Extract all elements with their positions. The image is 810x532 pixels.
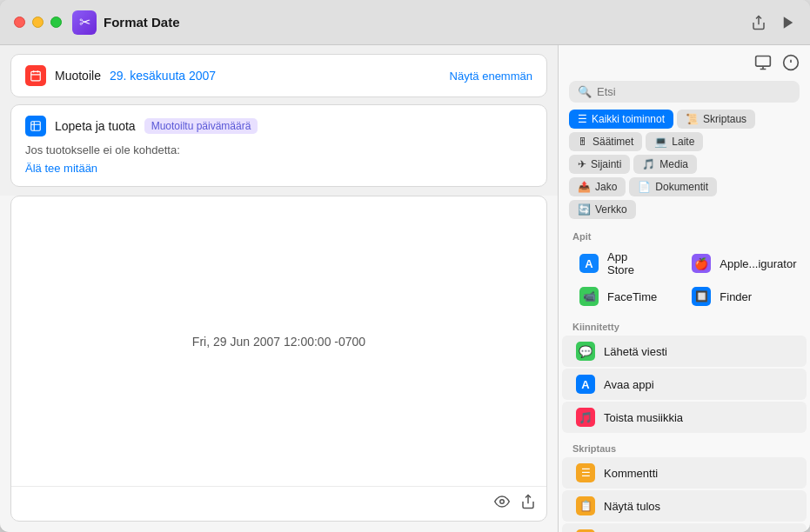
output-share-button[interactable]: [520, 494, 536, 514]
window-title: Format Date: [104, 15, 751, 30]
left-panel: Muotoile 29. kesäkuuta 2007 Näytä enemmä…: [0, 45, 558, 532]
calendar-icon: [25, 65, 46, 86]
cat-all-icon: ☰: [578, 113, 587, 125]
skriptaus-section-header: Skriptaus: [559, 436, 810, 457]
info-button[interactable]: [782, 54, 800, 76]
app-window: ✂ Format Date: [0, 0, 810, 532]
cat-sijainti-label: Sijainti: [591, 158, 621, 170]
sidebar-item-finder[interactable]: 🔲 Finder: [678, 282, 810, 311]
cat-all-label: Kaikki toiminnot: [592, 113, 665, 125]
play-button[interactable]: [780, 15, 796, 30]
add-to-shortcut-button[interactable]: [754, 54, 772, 76]
stop-produce-card: Lopeta ja tuota Muotoiltu päivämäärä Jos…: [10, 104, 547, 187]
title-bar: ✂ Format Date: [0, 0, 810, 45]
card2-label: Lopeta ja tuota: [55, 119, 136, 133]
cat-laite-label: Laite: [672, 136, 694, 148]
output-area: Fri, 29 Jun 2007 12:00:00 -0700: [10, 196, 547, 522]
cat-jako-label: Jako: [595, 181, 617, 193]
apit-section: Apit A App Store 🍎 Apple...ig: [559, 224, 810, 311]
minimize-button[interactable]: [32, 17, 44, 28]
sidebar-list: Apit A App Store 🍎 Apple...ig: [559, 224, 810, 532]
sidebar-item-facetime[interactable]: 📹 FaceTime: [566, 282, 671, 311]
title-actions: [751, 15, 796, 30]
cat-media-label: Media: [659, 158, 688, 170]
cat-dokumentit-icon: 📄: [638, 181, 651, 193]
svg-point-6: [500, 500, 505, 504]
cat-all-button[interactable]: ☰ Kaikki toiminnot: [569, 110, 673, 129]
card2-condition: Jos tuotokselle ei ole kohdetta:: [25, 143, 532, 156]
card1-left: Muotoile 29. kesäkuuta 2007: [25, 65, 216, 86]
cat-verkko-icon: 🔄: [578, 203, 591, 216]
cat-saamet-button[interactable]: 🎚 Säätimet: [569, 132, 642, 151]
appstore-label: App Store: [607, 250, 657, 276]
apple-configurator-label: Apple...igurator: [720, 257, 796, 270]
cat-laite-button[interactable]: 💻 Laite: [646, 132, 703, 151]
share-button[interactable]: [751, 15, 766, 30]
sidebar-item-appstore[interactable]: A App Store: [566, 245, 671, 282]
category-filters: ☰ Kaikki toiminnot 📜 Skriptaus 🎚 Säätime…: [559, 110, 810, 224]
finder-icon: 🔲: [692, 287, 711, 306]
laheta-viesti-label: Lähetä viesti: [604, 345, 667, 358]
facetime-icon: 📹: [579, 287, 599, 306]
apit-items: A App Store 🍎 Apple...igurator: [559, 245, 810, 311]
output-text: Fri, 29 Jun 2007 12:00:00 -0700: [192, 335, 365, 349]
right-panel-header: [559, 45, 810, 81]
svg-rect-2: [31, 71, 41, 81]
right-panel: 🔍 ☰ Kaikki toiminnot 📜 Skriptaus: [558, 45, 810, 532]
svg-rect-8: [756, 57, 771, 67]
sidebar-item-laheta-viesti[interactable]: 💬 Lähetä viesti: [562, 336, 807, 367]
comment-icon: ☰: [576, 463, 595, 482]
card2-row1: Lopeta ja tuota Muotoiltu päivämäärä: [25, 116, 532, 136]
close-button[interactable]: [14, 17, 25, 28]
music-icon: 🎵: [576, 408, 595, 427]
sidebar-item-kommentti[interactable]: ☰ Kommentti: [562, 457, 807, 489]
cat-sijainti-button[interactable]: ✈ Sijainti: [569, 155, 630, 174]
sidebar-item-toista-musiikkia[interactable]: 🎵 Toista musiikkia: [562, 402, 807, 433]
nayta-tulos-label: Näytä tulos: [604, 500, 660, 513]
stop-icon: [25, 116, 46, 136]
card1-label: Muotoile: [55, 69, 101, 83]
kiinnitetty-section: Kiinnitetty 💬 Lähetä viesti A Avaa appi: [559, 315, 810, 433]
cat-skriptaus-icon: 📜: [686, 113, 699, 125]
cat-media-icon: 🎵: [642, 158, 655, 170]
traffic-lights: [14, 17, 62, 28]
cat-skriptaus-label: Skriptaus: [703, 113, 746, 125]
appstore-icon: A: [579, 254, 599, 273]
show-more-link[interactable]: Näytä enemmän: [450, 70, 532, 83]
maximize-button[interactable]: [50, 17, 62, 28]
show-result-icon: 📋: [576, 496, 595, 515]
kiinnitetty-section-header: Kiinnitetty: [559, 315, 810, 336]
search-bar: 🔍: [569, 81, 800, 103]
toista-musiikkia-label: Toista musiikkia: [604, 411, 683, 424]
avaa-appi-label: Avaa appi: [604, 378, 654, 391]
apple-configurator-icon: 🍎: [692, 254, 711, 273]
open-app-icon: A: [576, 375, 595, 394]
kommentti-label: Kommentti: [604, 467, 658, 480]
cat-verkko-button[interactable]: 🔄 Verkko: [569, 200, 636, 219]
no-action-link[interactable]: Älä tee mitään: [25, 162, 97, 175]
format-date-card: Muotoile 29. kesäkuuta 2007 Näytä enemmä…: [10, 54, 547, 97]
search-input[interactable]: [597, 85, 791, 98]
eye-button[interactable]: [494, 494, 510, 514]
facetime-label: FaceTime: [607, 290, 657, 303]
sidebar-item-avaa-appi[interactable]: A Avaa appi: [562, 369, 807, 400]
app-icon: ✂: [72, 10, 97, 35]
cat-skriptaus-button[interactable]: 📜 Skriptaus: [677, 110, 755, 129]
actions-area: Muotoile 29. kesäkuuta 2007 Näytä enemmä…: [0, 45, 558, 196]
card2-badge: Muotoiltu päivämäärä: [144, 118, 258, 134]
card1-value: 29. kesäkuuta 2007: [110, 69, 216, 83]
sidebar-item-nayta-tulos[interactable]: 📋 Näytä tulos: [562, 490, 807, 522]
sidebar-item-nayta-halytys[interactable]: ⚠ Näytä hälytys: [562, 523, 807, 532]
message-icon: 💬: [576, 342, 595, 361]
cat-media-button[interactable]: 🎵 Media: [633, 155, 697, 174]
cat-jako-button[interactable]: 📤 Jako: [569, 177, 626, 196]
output-footer: [11, 486, 546, 521]
cat-dokumentit-label: Dokumentit: [655, 181, 708, 193]
sidebar-item-apple-configurator[interactable]: 🍎 Apple...igurator: [678, 245, 810, 282]
cat-dokumentit-button[interactable]: 📄 Dokumentit: [629, 177, 717, 196]
cat-sijainti-icon: ✈: [578, 158, 586, 170]
svg-marker-1: [784, 17, 793, 29]
cat-saamet-icon: 🎚: [578, 136, 588, 148]
apit-section-header: Apit: [559, 224, 810, 245]
main-content: Muotoile 29. kesäkuuta 2007 Näytä enemmä…: [0, 45, 810, 532]
